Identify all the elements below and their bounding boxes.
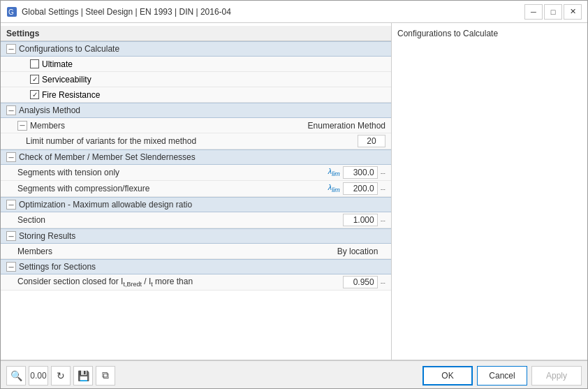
analysis-label: Analysis Method xyxy=(19,105,385,115)
window-title: Global Settings | Steel Design | EN 1993… xyxy=(22,7,520,17)
app-icon: G xyxy=(6,6,17,17)
settings-label: Settings xyxy=(6,29,385,38)
left-panel: Settings ─ Configurations to Calculate U… xyxy=(1,23,392,360)
refresh-toolbar-button[interactable]: ↻ xyxy=(51,366,71,386)
search-toolbar-button[interactable]: 🔍 xyxy=(6,366,26,386)
serviceability-label: Serviceability xyxy=(42,75,91,85)
fire-label: Fire Resistance xyxy=(42,90,100,100)
compression-value[interactable]: 200.0 xyxy=(343,182,378,195)
apply-button[interactable]: Apply xyxy=(531,366,582,386)
collapse-configurations-icon[interactable]: ─ xyxy=(6,44,16,54)
closed-section-dash-button[interactable]: -- xyxy=(381,278,385,286)
tension-value-area: λlim 300.0 -- xyxy=(302,166,385,179)
closed-section-row: Consider section closed for It,Bredt / I… xyxy=(1,274,391,291)
tension-only-row: Segments with tension only λlim 300.0 -- xyxy=(1,165,391,181)
limit-variants-value-area: 20 xyxy=(302,135,385,147)
closed-section-label: Consider section closed for It,Bredt / I… xyxy=(17,277,302,288)
storing-members-row: Members By location xyxy=(1,244,391,259)
right-panel: Configurations to Calculate xyxy=(392,23,587,360)
section-storing: ─ Storing Results xyxy=(1,228,391,244)
config-ultimate-row: Ultimate xyxy=(1,57,391,72)
storing-members-value[interactable]: By location xyxy=(330,247,385,256)
title-bar: G Global Settings | Steel Design | EN 19… xyxy=(1,1,587,23)
members-label: Members xyxy=(30,121,302,131)
maximize-button[interactable]: □ xyxy=(544,4,562,20)
section-opt-value-area: 1.000 -- xyxy=(302,214,385,226)
section-opt-label: Section xyxy=(17,215,302,225)
fire-checkbox-item[interactable]: Fire Resistance xyxy=(30,90,100,100)
compression-flexure-row: Segments with compression/flexure λlim 2… xyxy=(1,181,391,197)
svg-text:G: G xyxy=(8,8,14,16)
tension-dash-button[interactable]: -- xyxy=(381,168,385,177)
config-fire-row: Fire Resistance xyxy=(1,87,391,103)
ultimate-checkbox-item[interactable]: Ultimate xyxy=(30,59,73,69)
minimize-button[interactable]: ─ xyxy=(524,4,543,20)
right-panel-title: Configurations to Calculate xyxy=(397,29,498,38)
compression-flexure-label: Segments with compression/flexure xyxy=(17,184,302,193)
section-opt-row: Section 1.000 -- xyxy=(1,212,391,228)
bottom-bar: 🔍 0.00 ↻ 💾 ⧉ OK Cancel Apply xyxy=(1,360,587,389)
ultimate-checkbox[interactable] xyxy=(30,59,39,68)
tension-only-label: Segments with tension only xyxy=(17,168,302,177)
section-configurations: ─ Configurations to Calculate xyxy=(1,41,391,57)
section-optimization: ─ Optimization - Maximum allowable desig… xyxy=(1,197,391,212)
table-toolbar-button[interactable]: 0.00 xyxy=(29,366,48,386)
section-opt-dash-button[interactable]: -- xyxy=(381,216,385,224)
limit-variants-row: Limit number of variants for the mixed m… xyxy=(1,133,391,149)
expand-members-icon[interactable]: ─ xyxy=(17,121,27,131)
ultimate-label: Ultimate xyxy=(42,59,73,69)
slenderness-label: Check of Member / Member Set Slenderness… xyxy=(19,152,385,162)
fire-checkbox[interactable] xyxy=(30,90,39,99)
ok-button[interactable]: OK xyxy=(422,366,473,386)
compression-value-area: λlim 200.0 -- xyxy=(302,182,385,195)
section-sections-settings: ─ Settings for Sections xyxy=(1,259,391,274)
optimization-label: Optimization - Maximum allowable design … xyxy=(19,200,385,210)
copy-toolbar-button[interactable]: ⧉ xyxy=(96,366,115,386)
collapse-optimization-icon[interactable]: ─ xyxy=(6,200,16,210)
sections-settings-label: Settings for Sections xyxy=(19,262,385,272)
collapse-slenderness-icon[interactable]: ─ xyxy=(6,152,16,162)
save-toolbar-button[interactable]: 💾 xyxy=(73,366,93,386)
window-controls: ─ □ ✕ xyxy=(524,4,582,20)
collapse-sections-settings-icon[interactable]: ─ xyxy=(6,262,16,272)
compression-lambda-symbol: λlim xyxy=(328,183,340,193)
main-content: Settings ─ Configurations to Calculate U… xyxy=(1,23,587,360)
configurations-label: Configurations to Calculate xyxy=(19,44,385,54)
close-button[interactable]: ✕ xyxy=(564,4,582,20)
collapse-analysis-icon[interactable]: ─ xyxy=(6,105,16,115)
collapse-storing-icon[interactable]: ─ xyxy=(6,231,16,241)
settings-header: Settings xyxy=(1,26,391,41)
tension-value[interactable]: 300.0 xyxy=(343,166,378,179)
dialog-buttons: OK Cancel Apply xyxy=(422,366,582,386)
serviceability-checkbox-item[interactable]: Serviceability xyxy=(30,75,91,85)
limit-variants-value[interactable]: 20 xyxy=(358,135,385,147)
closed-section-value[interactable]: 0.950 xyxy=(343,276,378,288)
storing-members-label: Members xyxy=(17,247,302,256)
members-value-area: Enumeration Method xyxy=(302,121,385,131)
serviceability-checkbox[interactable] xyxy=(30,75,39,84)
compression-dash-button[interactable]: -- xyxy=(381,184,385,193)
cancel-button[interactable]: Cancel xyxy=(477,366,527,386)
storing-value-area: By location xyxy=(302,247,385,256)
section-analysis: ─ Analysis Method xyxy=(1,103,391,118)
enumeration-method-label: Enumeration Method xyxy=(308,121,385,131)
section-slenderness: ─ Check of Member / Member Set Slenderne… xyxy=(1,149,391,165)
config-serviceability-row: Serviceability xyxy=(1,72,391,87)
tension-lambda-symbol: λlim xyxy=(328,167,340,177)
toolbar: 🔍 0.00 ↻ 💾 ⧉ xyxy=(6,366,420,386)
storing-label: Storing Results xyxy=(19,231,385,241)
section-opt-value[interactable]: 1.000 xyxy=(343,214,378,226)
closed-section-value-area: 0.950 -- xyxy=(302,276,385,288)
limit-variants-label: Limit number of variants for the mixed m… xyxy=(26,136,302,146)
members-header-row: ─ Members Enumeration Method xyxy=(1,118,391,133)
